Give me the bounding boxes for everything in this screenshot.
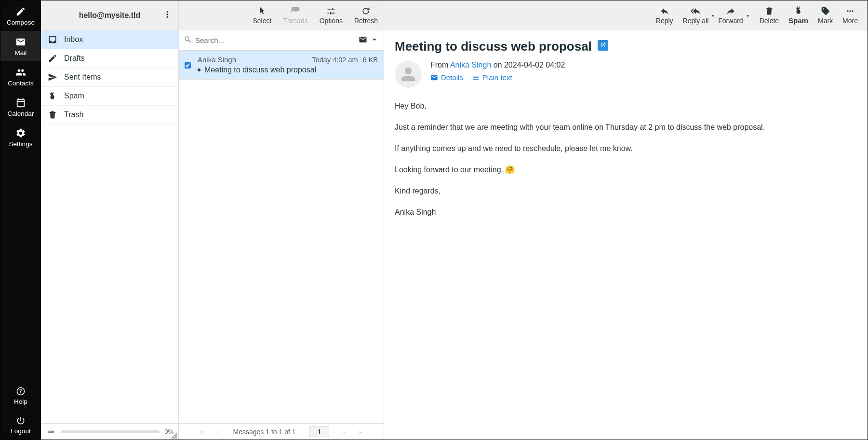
nav-compose[interactable]: Compose	[0, 0, 41, 31]
nav-mail[interactable]: Mail	[0, 31, 41, 61]
body-p4: Looking forward to our meeting. 🤗	[395, 164, 857, 176]
details-link[interactable]: Details	[430, 73, 463, 82]
body-p5: Kind regards,	[395, 185, 857, 197]
folder-drafts[interactable]: Drafts	[41, 49, 178, 68]
mark-button[interactable]: Mark	[813, 0, 838, 30]
from-label: From	[430, 61, 450, 69]
fire-icon	[794, 6, 803, 15]
forward-icon	[726, 6, 735, 16]
chevron-down-icon[interactable]: ▾	[747, 13, 749, 18]
nav-logout[interactable]: Logout	[0, 410, 41, 440]
toolbar-threads[interactable]: Threads	[277, 0, 313, 30]
search-input[interactable]	[192, 33, 359, 47]
message-row[interactable]: Anika Singh Today 4:02 am 6 KB Meeting t…	[179, 51, 384, 80]
folder-spam[interactable]: Spam	[41, 87, 178, 106]
pager-last[interactable]: »	[359, 428, 362, 436]
forward-label: Forward	[718, 17, 743, 25]
message-date: Today 4:02 am	[312, 56, 358, 64]
envelope-icon	[359, 35, 367, 44]
pager: « ‹ Messages 1 to 1 of 1 › »	[179, 423, 384, 440]
body-p6: Anika Singh	[395, 206, 857, 218]
message-size: 6 KB	[363, 56, 378, 64]
nav-help[interactable]: Help	[0, 381, 41, 410]
forward-button[interactable]: Forward ▾	[713, 0, 748, 30]
more-icon	[845, 6, 855, 16]
gear-icon	[15, 128, 26, 138]
nav-contacts-label: Contacts	[8, 80, 33, 87]
pager-prev[interactable]: ‹	[217, 428, 220, 436]
nav-contacts[interactable]: Contacts	[0, 61, 41, 92]
search-options-button[interactable]	[370, 35, 379, 45]
nav-settings[interactable]: Settings	[0, 122, 41, 152]
search-scope-button[interactable]	[359, 35, 367, 45]
quota-track	[61, 430, 160, 433]
folder-spam-label: Spam	[64, 92, 84, 100]
svg-point-5	[852, 10, 853, 12]
person-icon	[400, 66, 416, 82]
reply-label: Reply	[656, 17, 673, 25]
pager-page-input[interactable]	[309, 426, 329, 437]
message-from: Anika Singh	[198, 55, 236, 64]
open-window-button[interactable]	[598, 40, 608, 51]
pencil-icon	[48, 54, 57, 63]
nav-compose-label: Compose	[7, 19, 35, 26]
replyall-button[interactable]: Reply all ▾	[678, 0, 714, 30]
folder-column: hello@mysite.tld Inbox Drafts Sent Items…	[41, 0, 179, 440]
replyall-icon	[691, 6, 700, 16]
disk-icon	[46, 428, 56, 435]
chevron-down-icon	[370, 35, 379, 44]
view-subject: Meeting to discuss web proposal	[395, 39, 592, 54]
delete-button[interactable]: Delete	[755, 0, 784, 30]
toolbar-refresh[interactable]: Refresh	[348, 0, 384, 30]
content-toolbar: Reply Reply all ▾ Forward ▾ Delete Spam	[384, 0, 868, 30]
toolbar-options[interactable]: Options	[314, 0, 348, 30]
view-datetime: 2024-04-02 04:02	[504, 61, 565, 69]
resize-handle-icon[interactable]	[171, 432, 177, 439]
calendar-icon	[15, 97, 26, 108]
sliders-icon	[326, 6, 336, 16]
fire-icon	[48, 91, 57, 101]
pager-first[interactable]: «	[200, 428, 204, 436]
message-list: Anika Singh Today 4:02 am 6 KB Meeting t…	[179, 51, 384, 423]
help-icon	[16, 386, 26, 396]
details-label: Details	[441, 73, 463, 82]
toolbar-select-label: Select	[253, 17, 271, 25]
more-button[interactable]: More	[838, 0, 863, 30]
message-subject: Meeting to discuss web proposal	[204, 66, 316, 74]
left-nav: Compose Mail Contacts Calendar Settings …	[0, 0, 41, 440]
body-p3: If anything comes up and we need to resc…	[395, 143, 857, 154]
folder-sent[interactable]: Sent Items	[41, 68, 178, 87]
quota-bar: 0%	[41, 423, 178, 440]
nav-logout-label: Logout	[11, 427, 30, 435]
nav-mail-label: Mail	[15, 49, 27, 56]
search-bar	[179, 30, 384, 51]
toolbar-select[interactable]: Select	[247, 0, 277, 30]
lines-icon	[472, 74, 480, 82]
folder-inbox[interactable]: Inbox	[41, 30, 178, 49]
plaintext-link[interactable]: Plain text	[472, 73, 512, 82]
nav-calendar[interactable]: Calendar	[0, 92, 41, 122]
pager-next[interactable]: ›	[343, 428, 345, 436]
reply-button[interactable]: Reply	[651, 0, 678, 30]
svg-point-0	[167, 11, 168, 13]
from-line: From Anika Singh on 2024-04-02 04:02	[430, 61, 565, 69]
message-checkbox[interactable]	[185, 62, 191, 69]
folder-trash-label: Trash	[64, 110, 83, 119]
tag-icon	[821, 6, 830, 16]
power-icon	[16, 416, 26, 426]
account-menu-button[interactable]	[163, 10, 172, 21]
nav-calendar-label: Calendar	[8, 110, 34, 117]
compose-icon	[15, 6, 26, 17]
from-link[interactable]: Anika Singh	[450, 61, 491, 69]
svg-point-2	[167, 16, 168, 17]
toolbar-options-label: Options	[320, 17, 343, 25]
folder-trash[interactable]: Trash	[41, 106, 178, 124]
spam-button[interactable]: Spam	[784, 0, 813, 30]
external-link-icon	[600, 42, 606, 49]
folder-sent-label: Sent Items	[64, 73, 101, 82]
nav-help-label: Help	[14, 398, 27, 405]
reply-icon	[660, 6, 669, 16]
replyall-label: Reply all	[683, 17, 709, 25]
mark-label: Mark	[818, 17, 833, 25]
message-body: Hey Bob, Just a reminder that we are mee…	[395, 100, 857, 218]
